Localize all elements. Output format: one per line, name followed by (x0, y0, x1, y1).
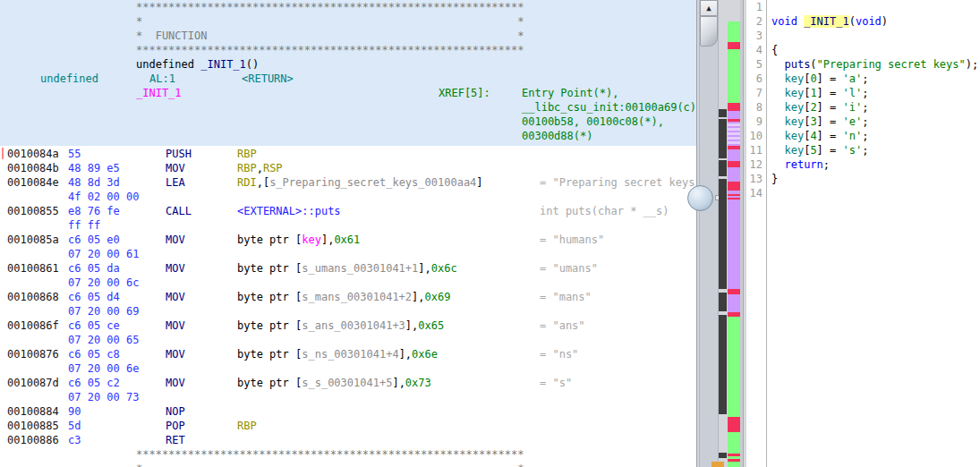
decompiler-line[interactable]: } (771, 172, 778, 186)
overview-marker[interactable] (728, 432, 740, 454)
bytes[interactable]: 55 (68, 147, 81, 161)
eol-comment[interactable]: = "humans" (540, 233, 604, 247)
bytes[interactable]: 48 89 e5 (68, 161, 120, 175)
listing-line[interactable]: 00100b58, 00100c08(*), (0, 115, 696, 129)
listing-line[interactable]: 001008855dPOPRBP (0, 419, 696, 433)
address[interactable]: 0010085a (7, 233, 59, 247)
listing-line[interactable]: __libc_csu_init:00100a69(c), (0, 100, 696, 115)
listing-line[interactable]: 0010088490NOP (0, 404, 696, 419)
address[interactable]: 00100868 (7, 290, 59, 304)
listing-line[interactable]: 0010084a55PUSHRBP (0, 147, 696, 161)
bytes[interactable]: 4f 02 00 00 (68, 190, 139, 204)
bytes[interactable]: e8 76 fe (68, 204, 120, 218)
bytes[interactable]: c6 05 ce (68, 318, 120, 333)
scrollbar-up-arrow-icon[interactable]: ▲ (700, 0, 718, 16)
bytes[interactable]: 07 20 00 61 (68, 247, 139, 261)
change-marker[interactable] (719, 293, 727, 311)
listing-line[interactable]: ****************************************… (0, 43, 696, 57)
operands[interactable]: RBP (237, 147, 257, 161)
listing-line[interactable]: ff ff (0, 218, 696, 233)
listing-line[interactable]: ****************************************… (0, 0, 696, 14)
listing-line[interactable]: undefinedAL:1<RETURN> (0, 72, 696, 86)
listing-vertical-scrollbar[interactable]: ▲ (699, 0, 719, 467)
listing-line[interactable]: * * (0, 14, 696, 29)
operands[interactable]: RDI,[s_Preparing_secret_keys_00100aa4] (237, 175, 483, 190)
overview-marker[interactable] (728, 167, 740, 182)
mnemonic[interactable]: POP (166, 419, 185, 433)
eol-comment[interactable]: = "Preparing secret keys" (540, 175, 697, 190)
mnemonic[interactable]: NOP (166, 404, 185, 419)
listing-line[interactable]: ****************************************… (0, 447, 696, 462)
listing-line[interactable]: 07 20 00 6c (0, 276, 696, 290)
operands[interactable]: byte ptr [s_ns_00301041+4],0x6e (237, 347, 438, 361)
overview-marker[interactable] (728, 111, 740, 119)
listing-line[interactable]: 00100876c6 05 c8MOVbyte ptr [s_ns_003010… (0, 347, 696, 361)
listing-line[interactable]: 0010084e48 8d 3dLEARDI,[s_Preparing_secr… (0, 175, 696, 190)
overview-marker[interactable] (728, 122, 740, 146)
address[interactable]: 00100886 (7, 433, 59, 447)
decompiler-line[interactable]: void _INIT_1(void) (771, 14, 888, 29)
address[interactable]: 0010086f (7, 318, 59, 333)
return-storage[interactable]: AL:1 (149, 72, 175, 86)
bytes[interactable]: 07 20 00 6c (68, 276, 139, 290)
change-marker[interactable] (719, 315, 727, 414)
address[interactable]: 00100884 (7, 404, 59, 419)
listing-line[interactable]: 0010085ac6 05 e0MOVbyte ptr [key],0x61= … (0, 233, 696, 247)
decompiler-line[interactable]: { (771, 43, 778, 57)
address[interactable]: 0010087d (7, 376, 59, 390)
operands[interactable]: byte ptr [key],0x61 (237, 233, 360, 247)
overview-marker[interactable] (728, 21, 740, 42)
change-marker[interactable] (719, 109, 727, 117)
bytes[interactable]: 07 20 00 73 (68, 390, 139, 404)
overview-marker[interactable] (728, 200, 740, 289)
decompiler-line[interactable]: key[0] = 'a'; (771, 72, 868, 86)
mnemonic[interactable]: RET (166, 433, 185, 447)
listing-line[interactable]: 00100861c6 05 daMOVbyte ptr [s_umans_003… (0, 261, 696, 276)
operands[interactable]: RBP (237, 419, 257, 433)
listing-line[interactable]: 07 20 00 69 (0, 304, 696, 318)
address[interactable]: 0010084e (7, 175, 59, 190)
overview-marker[interactable] (728, 294, 740, 312)
change-marker[interactable] (719, 179, 727, 289)
plate-comment[interactable]: ****************************************… (136, 0, 524, 14)
function-signature[interactable]: undefined _INIT_1() (136, 57, 259, 72)
bytes[interactable]: ff ff (68, 218, 100, 233)
listing-line[interactable]: _INIT_1XREF[5]:Entry Point(*), (0, 86, 696, 100)
mnemonic[interactable]: LEA (166, 175, 185, 190)
xref-entry[interactable]: Entry Point(*), (522, 86, 618, 100)
xref-entry[interactable]: 00300d88(*) (522, 129, 592, 143)
address[interactable]: 00100876 (7, 347, 59, 361)
listing-line[interactable]: 00100886c3RET (0, 433, 696, 447)
bytes[interactable]: c6 05 c2 (68, 376, 120, 390)
overview-marker[interactable] (728, 103, 740, 111)
bytes[interactable]: 07 20 00 6e (68, 361, 139, 376)
bytes[interactable]: 07 20 00 65 (68, 333, 139, 347)
decompiler-line[interactable]: key[5] = 's'; (771, 143, 868, 157)
operands[interactable]: byte ptr [s_s_00301041+5],0x73 (237, 376, 431, 390)
mnemonic[interactable]: MOV (166, 261, 185, 276)
overview-marker[interactable] (728, 49, 740, 103)
listing-line[interactable]: 00300d88(*) (0, 129, 696, 143)
address[interactable]: 0010084b (7, 161, 59, 175)
overview-marker[interactable] (728, 149, 740, 161)
bytes[interactable]: 07 20 00 69 (68, 304, 139, 318)
decompiler-line[interactable]: return; (771, 157, 830, 172)
listing-line[interactable]: 00100855e8 76 feCALL<EXTERNAL>::putsint … (0, 204, 696, 218)
decompiler-line[interactable]: key[1] = 'l'; (771, 86, 868, 100)
eol-comment[interactable]: int puts(char * __s) (540, 204, 669, 218)
mnemonic[interactable]: MOV (166, 318, 185, 333)
return-type[interactable]: undefined (40, 72, 98, 86)
bytes[interactable]: c6 05 c8 (68, 347, 120, 361)
listing-line[interactable]: 0010086fc6 05 ceMOVbyte ptr [s_ans_00301… (0, 318, 696, 333)
bytes[interactable]: c6 05 da (68, 261, 120, 276)
plate-comment[interactable]: * FUNCTION * (136, 29, 524, 43)
overview-marker[interactable] (728, 182, 740, 191)
marker-column-changes[interactable] (719, 0, 727, 467)
decompiler-line[interactable]: key[4] = 'n'; (771, 129, 868, 143)
return-tag[interactable]: <RETURN> (242, 72, 294, 86)
listing-line[interactable]: * * (0, 462, 696, 467)
bytes[interactable]: c6 05 d4 (68, 290, 120, 304)
mnemonic[interactable]: MOV (166, 233, 185, 247)
listing-line[interactable]: 07 20 00 65 (0, 333, 696, 347)
listing-panel[interactable]: ****************************************… (0, 0, 697, 467)
